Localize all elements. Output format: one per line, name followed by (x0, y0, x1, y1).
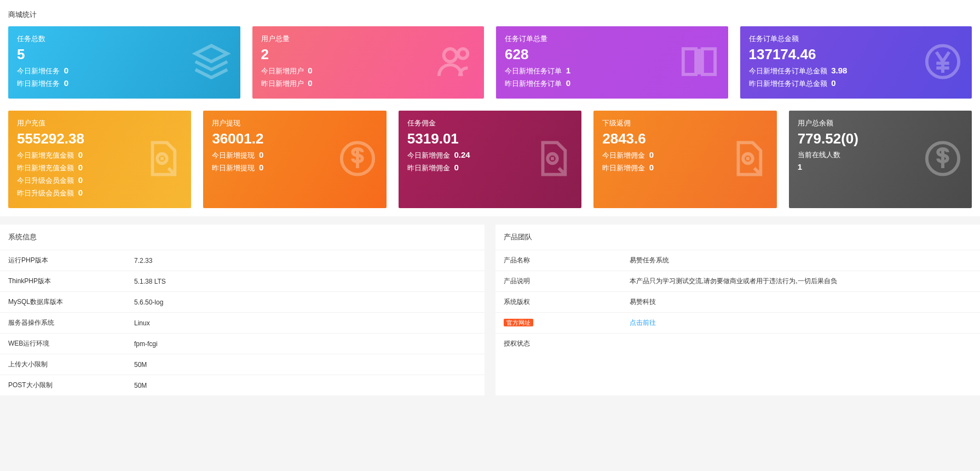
svg-point-1 (444, 49, 457, 61)
system-info-title: 系统信息 (0, 225, 485, 250)
table-key: MySQL数据库版本 (0, 292, 126, 313)
table-value: 50M (126, 375, 485, 396)
svg-marker-0 (195, 45, 227, 61)
table-key: 产品名称 (495, 250, 621, 271)
dollar-icon (924, 140, 962, 180)
table-row: 官方网址点击前往 (495, 313, 980, 334)
table-row: 产品说明本产品只为学习测试交流,请勿要做商业或者用于违法行为,一切后果自负 (495, 271, 980, 292)
card-title: 下级返佣 (602, 118, 768, 128)
card-title: 用户总余额 (798, 118, 963, 128)
table-value: 易赞任务系统 (621, 250, 980, 271)
table-row: WEB运行环境fpm-fcgi (0, 334, 485, 354)
stat-card: 任务总数5今日新增任务 0昨日新增任务 0 (8, 26, 240, 99)
stat-card: 任务订单总金额137174.46今日新增任务订单总金额 3.98昨日新增任务订单… (740, 26, 972, 99)
system-info-table: 运行PHP版本7.2.33ThinkPHP版本5.1.38 LTSMySQL数据… (0, 250, 485, 395)
stat-card: 任务佣金5319.01今日新增佣金 0.24昨日新增佣金 0 (399, 111, 581, 208)
table-row: 系统版权易赞科技 (495, 292, 980, 313)
mall-stats-section: 商城统计 任务总数5今日新增任务 0昨日新增任务 0用户总量2今日新增用户 0昨… (0, 0, 980, 216)
table-value: 易赞科技 (621, 292, 980, 313)
table-key: ThinkPHP版本 (0, 271, 126, 292)
table-key: 上传大小限制 (0, 354, 126, 375)
table-row: 运行PHP版本7.2.33 (0, 250, 485, 271)
svg-point-2 (458, 49, 468, 58)
table-key: POST大小限制 (0, 375, 126, 396)
stat-card: 用户总余额779.52(0)当前在线人数1 (789, 111, 972, 208)
table-value: 本产品只为学习测试交流,请勿要做商业或者用于违法行为,一切后果自负 (621, 271, 980, 292)
table-value: 5.6.50-log (126, 292, 485, 313)
table-key: 产品说明 (495, 271, 621, 292)
table-row: 产品名称易赞任务系统 (495, 250, 980, 271)
mall-stats-title: 商城统计 (8, 5, 972, 26)
table-row: MySQL数据库版本5.6.50-log (0, 292, 485, 313)
stat-card: 用户总量2今日新增用户 0昨日新增用户 0 (252, 26, 485, 99)
official-link[interactable]: 点击前往 (630, 319, 656, 326)
table-value: 7.2.33 (126, 250, 485, 271)
table-value: 50M (126, 354, 485, 375)
doc-icon (533, 140, 572, 180)
product-team-title: 产品团队 (495, 225, 980, 250)
table-value: 点击前往 (621, 313, 980, 334)
stat-card: 用户提现36001.2今日新增提现 0昨日新增提现 0 (203, 111, 386, 208)
table-value (621, 334, 980, 354)
card-title: 用户提现 (212, 118, 377, 128)
stat-card: 下级返佣2843.6今日新增佣金 0昨日新增佣金 0 (593, 111, 776, 208)
product-team-panel: 产品团队 产品名称易赞任务系统产品说明本产品只为学习测试交流,请勿要做商业或者用… (495, 225, 980, 395)
card-title: 任务佣金 (407, 118, 573, 128)
table-key: 服务器操作系统 (0, 313, 126, 334)
stat-card: 用户充值555292.38今日新增充值金额 0昨日新增充值金额 0今日升级会员金… (8, 111, 191, 208)
doc-icon (143, 140, 181, 180)
users-icon (436, 43, 474, 83)
table-key: 授权状态 (495, 334, 621, 354)
table-value: 5.1.38 LTS (126, 271, 485, 292)
system-info-panel: 系统信息 运行PHP版本7.2.33ThinkPHP版本5.1.38 LTSMy… (0, 225, 485, 395)
table-value: Linux (126, 313, 485, 334)
layers-icon (192, 43, 230, 83)
dollar-icon (338, 140, 377, 180)
table-key: 系统版权 (495, 292, 621, 313)
badge: 官方网址 (504, 319, 533, 326)
table-row: 上传大小限制50M (0, 354, 485, 375)
table-key: 官方网址 (495, 313, 621, 334)
table-row: POST大小限制50M (0, 375, 485, 396)
doc-icon (729, 140, 767, 180)
book-icon (680, 43, 718, 83)
table-row: ThinkPHP版本5.1.38 LTS (0, 271, 485, 292)
card-line: 昨日升级会员金额 0 (17, 188, 182, 198)
table-row: 授权状态 (495, 334, 980, 354)
card-title: 用户充值 (17, 118, 182, 128)
table-row: 服务器操作系统Linux (0, 313, 485, 334)
yen-icon (924, 43, 962, 83)
table-key: 运行PHP版本 (0, 250, 126, 271)
product-team-table: 产品名称易赞任务系统产品说明本产品只为学习测试交流,请勿要做商业或者用于违法行为… (495, 250, 980, 354)
table-value: fpm-fcgi (126, 334, 485, 354)
table-key: WEB运行环境 (0, 334, 126, 354)
stat-card: 任务订单总量628今日新增任务订单 1昨日新增任务订单 0 (496, 26, 728, 99)
